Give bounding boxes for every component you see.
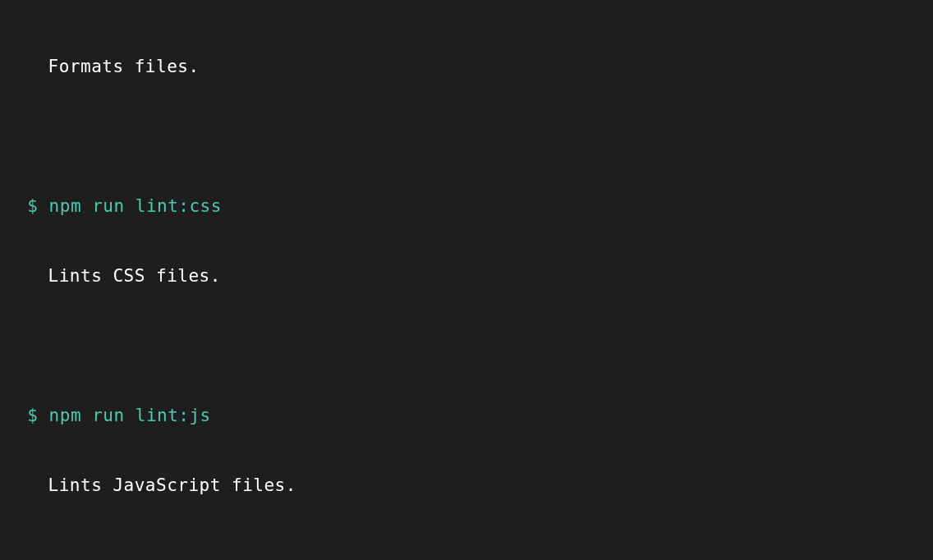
dollar-prompt: $ [27,196,38,216]
cmd-description: Lints JavaScript files. [48,475,296,495]
terminal-output: Formats files. $ npm run lint:css Lints … [7,8,926,560]
cmd-description: Lints CSS files. [48,266,221,286]
command-text: npm run lint:css [49,196,222,216]
dollar-prompt: $ [27,406,38,425]
cmd-description: Formats files. [48,57,200,76]
command-text: npm run lint:js [49,406,211,425]
